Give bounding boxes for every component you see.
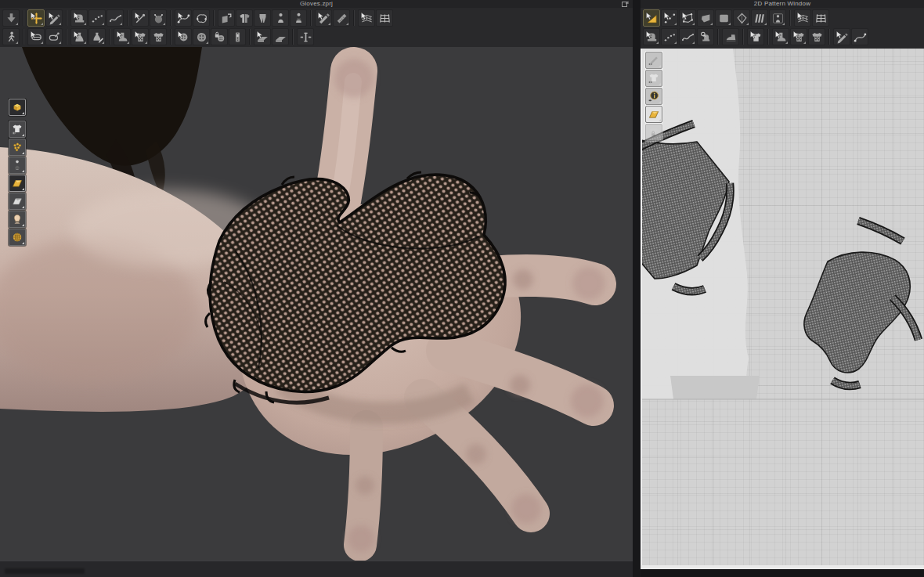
eyeshirt-icon (648, 72, 660, 85)
pattern-toolbar-row2 (643, 27, 922, 46)
front-back-display-tool[interactable] (236, 9, 253, 27)
download-arrow-tool[interactable] (2, 9, 20, 27)
show-environment-toggle[interactable] (9, 229, 26, 246)
rectpat-icon (717, 12, 731, 25)
garment-window-titlebar[interactable]: Gloves.zprj (0, 0, 633, 8)
show-garment-toggle[interactable] (9, 121, 26, 138)
tape-icon (30, 31, 43, 44)
show-pins-toggle[interactable] (9, 139, 26, 156)
fold-icon (11, 195, 23, 207)
tape-measure-tool[interactable] (27, 28, 45, 45)
flip-pattern-tool[interactable] (218, 9, 235, 27)
pattern-texture-tool[interactable] (132, 28, 149, 45)
pattern-window-titlebar[interactable]: 2D Pattern Window (641, 0, 924, 8)
zipper-pull-tool[interactable] (297, 28, 314, 45)
show-mannequin-toggle[interactable] (9, 157, 26, 174)
edit-sewing-tool[interactable] (193, 9, 210, 27)
polygon-pattern-tool[interactable] (715, 9, 732, 27)
person2-icon (292, 12, 305, 25)
pants-display-tool[interactable] (254, 9, 271, 27)
show-avatar-toggle[interactable] (9, 211, 26, 228)
lockshirt-icon (648, 126, 660, 139)
pattern-2d-canvas[interactable] (641, 49, 924, 565)
mn-sewing-tool-2d[interactable] (679, 28, 696, 45)
shoe-tool-2d[interactable] (772, 28, 789, 45)
show-fabric-toggle[interactable] (9, 175, 26, 192)
show-fold-arrangement-toggle[interactable] (9, 193, 26, 210)
edit-sewing-tool-2d[interactable] (697, 28, 714, 45)
zipper-tool[interactable] (229, 28, 246, 45)
edit-curve-points-tool[interactable] (851, 28, 868, 45)
uv-grid-tool-2d[interactable] (794, 9, 811, 27)
buttonhole-tool[interactable] (193, 28, 210, 45)
garment-3d-viewport[interactable] (0, 47, 633, 561)
pin-ball-tool[interactable] (150, 9, 167, 27)
edit-pattern-tool[interactable] (661, 9, 678, 27)
show-pattern-toggle[interactable] (645, 70, 662, 87)
toolbar-separator (788, 10, 792, 26)
free-sewing-tool[interactable] (88, 9, 106, 27)
avatar-display-tool[interactable] (272, 9, 289, 27)
show-fabric-toggle-2d[interactable] (645, 106, 662, 123)
segment-sewing-tool-2d[interactable] (643, 28, 660, 45)
button-tool[interactable] (175, 28, 192, 45)
select-curve-tool[interactable] (45, 9, 63, 27)
edit-curvature-tool[interactable] (679, 9, 696, 27)
uv-map-tool[interactable] (376, 9, 393, 27)
pin-tape-tool[interactable] (45, 28, 63, 45)
window-divider[interactable] (633, 0, 641, 577)
dots-icon (663, 31, 677, 44)
boot-icon (116, 31, 129, 44)
pleats-tool[interactable] (751, 9, 768, 27)
plane-tool[interactable] (272, 28, 289, 45)
segment-sewing-tool[interactable] (70, 9, 88, 27)
walk-avatar-tool[interactable] (2, 28, 20, 45)
toolbar-separator (247, 29, 252, 45)
show-sewing-toggle[interactable] (645, 52, 662, 69)
select-sewing-tool[interactable] (175, 9, 192, 27)
select-garment-tool[interactable] (70, 28, 88, 45)
zippull-icon (299, 31, 312, 44)
edit-garment-tool[interactable] (88, 28, 106, 45)
show-info-toggle[interactable] (645, 88, 662, 105)
uv-grid-tool[interactable] (358, 9, 375, 27)
wave-icon (109, 12, 122, 25)
mn-sewing-tool[interactable] (106, 9, 124, 27)
cut-tool[interactable] (315, 9, 332, 27)
toolbar-separator (64, 29, 69, 45)
garment-texture-tool[interactable] (150, 28, 167, 45)
garment-texture-tool-2d[interactable] (808, 28, 825, 45)
eyepen-icon (648, 54, 660, 67)
trace-avatar-tool[interactable] (769, 9, 786, 27)
viewport-status-strip (0, 561, 633, 577)
transform-pattern-tool[interactable] (643, 9, 660, 27)
pattern-texture-tool-2d[interactable] (790, 28, 807, 45)
plane-icon (256, 31, 269, 44)
measure-tool[interactable] (333, 9, 350, 27)
steam-iron-tool[interactable] (722, 28, 739, 45)
free-sewing-tool-2d[interactable] (661, 28, 678, 45)
uv-map-tool-2d[interactable] (812, 9, 829, 27)
toolbar-separator (827, 29, 832, 45)
pin-tool[interactable] (132, 9, 149, 27)
flip-icon (220, 12, 233, 25)
toolbar-separator (741, 29, 745, 45)
select-pattern-3d-tool[interactable] (747, 28, 764, 45)
select-move-tool[interactable] (27, 9, 45, 27)
float-window-button[interactable] (622, 1, 629, 7)
pattern-piece-right[interactable] (804, 221, 919, 386)
select-plane-tool[interactable] (254, 28, 271, 45)
sphere-icon (152, 12, 165, 25)
add-point-tool[interactable] (697, 9, 714, 27)
buttonsm-icon (177, 31, 190, 44)
lock-button-tool[interactable] (211, 28, 228, 45)
avatar-dress-display-tool[interactable] (290, 9, 307, 27)
2d-scene (642, 49, 924, 565)
dart-tool[interactable] (733, 9, 750, 27)
pen-line-tool[interactable] (833, 28, 850, 45)
pleats-icon (753, 12, 767, 25)
toolbar-separator (125, 10, 130, 26)
show-3d-garment-toggle[interactable] (9, 99, 26, 116)
shirtcheck-icon (152, 31, 165, 44)
shoe-tool[interactable] (114, 28, 131, 45)
